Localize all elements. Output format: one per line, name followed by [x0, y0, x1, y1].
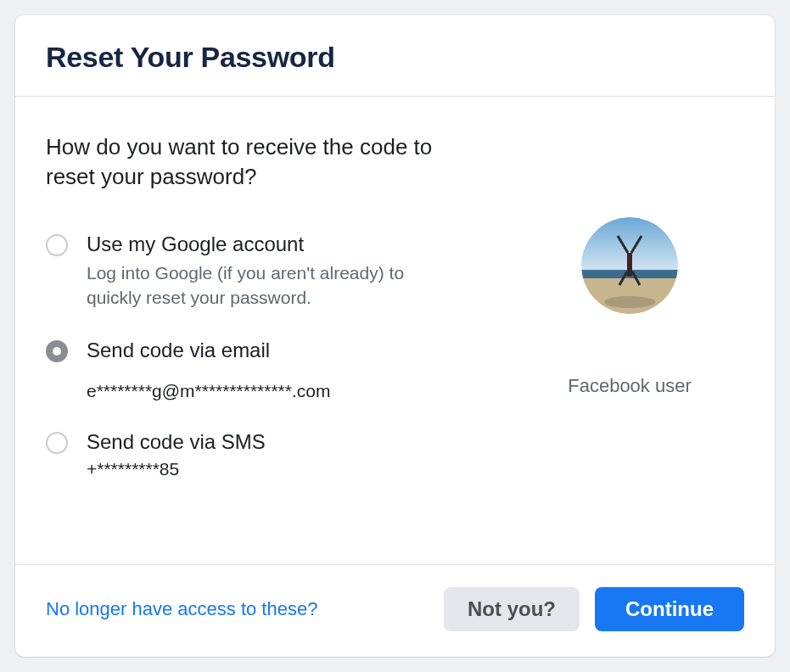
page-title: Reset Your Password [46, 41, 744, 74]
card-body: How do you want to receive the code to r… [15, 97, 775, 564]
svg-point-4 [604, 296, 655, 308]
avatar [581, 217, 678, 314]
not-you-button[interactable]: Not you? [444, 587, 580, 631]
prompt-text: How do you want to receive the code to r… [46, 132, 436, 192]
options-list: Use my Google account Log into Google (i… [46, 232, 498, 479]
no-access-link[interactable]: No longer have access to these? [46, 598, 317, 620]
option-sms-detail: +*********85 [87, 459, 498, 479]
svg-rect-5 [627, 253, 632, 272]
user-label: Facebook user [568, 375, 692, 397]
option-sms[interactable]: Send code via SMS +*********85 [46, 430, 498, 479]
option-google-label: Use my Google account [87, 232, 498, 256]
footer-buttons: Not you? Continue [444, 587, 744, 631]
card-footer: No longer have access to these? Not you?… [15, 564, 775, 657]
avatar-icon [581, 217, 678, 314]
user-column: Facebook user [515, 132, 744, 547]
card-header: Reset Your Password [15, 15, 775, 97]
option-google[interactable]: Use my Google account Log into Google (i… [46, 232, 498, 310]
option-email-text: Send code via email e********g@m********… [87, 339, 498, 401]
radio-email[interactable] [46, 340, 68, 362]
svg-point-10 [626, 270, 633, 277]
radio-sms[interactable] [46, 432, 68, 454]
radio-google[interactable] [46, 234, 68, 256]
option-email-detail: e********g@m**************.com [87, 381, 498, 401]
continue-button[interactable]: Continue [595, 587, 744, 631]
reset-password-card: Reset Your Password How do you want to r… [15, 15, 775, 657]
option-google-text: Use my Google account Log into Google (i… [87, 232, 498, 310]
options-column: How do you want to receive the code to r… [46, 132, 515, 547]
option-sms-text: Send code via SMS +*********85 [87, 430, 498, 479]
option-email[interactable]: Send code via email e********g@m********… [46, 339, 498, 401]
option-email-label: Send code via email [87, 339, 498, 362]
option-google-desc: Log into Google (if you aren't already) … [87, 261, 443, 310]
option-sms-label: Send code via SMS [87, 430, 498, 454]
